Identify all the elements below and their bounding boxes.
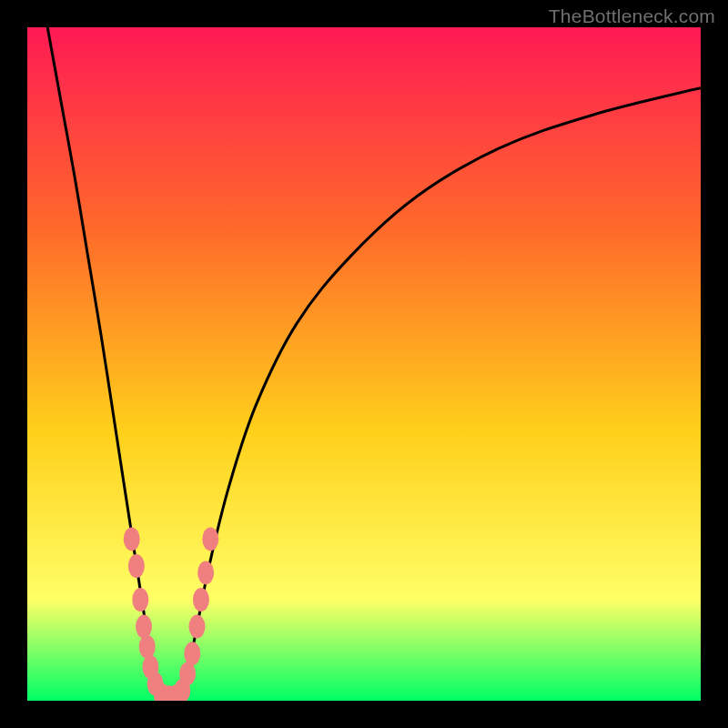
- curves-layer: [27, 27, 701, 701]
- marker-point: [132, 588, 148, 612]
- curve-right-branch: [182, 88, 701, 701]
- marker-point: [202, 527, 218, 551]
- marker-point: [136, 615, 152, 639]
- marker-point: [188, 615, 205, 639]
- plot-area: [27, 27, 701, 701]
- outer-frame: TheBottleneck.com: [0, 0, 728, 728]
- markers-group: [124, 527, 219, 701]
- marker-point: [179, 662, 196, 685]
- marker-point: [197, 561, 214, 584]
- marker-point: [128, 554, 145, 578]
- marker-point: [184, 642, 200, 665]
- marker-point: [139, 635, 156, 659]
- marker-point: [124, 527, 140, 551]
- watermark-text: TheBottleneck.com: [549, 5, 715, 27]
- marker-point: [193, 588, 209, 612]
